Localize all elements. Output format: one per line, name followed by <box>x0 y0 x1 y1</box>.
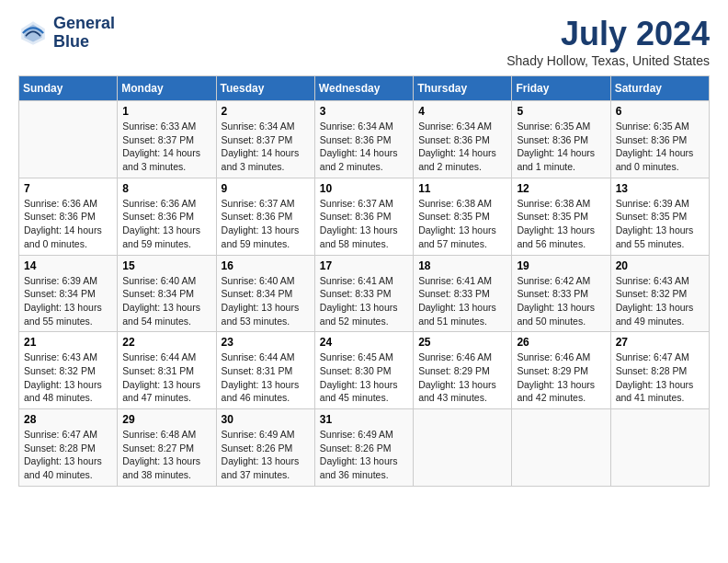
calendar-week-3: 14Sunrise: 6:39 AM Sunset: 8:34 PM Dayli… <box>19 255 710 332</box>
day-number: 31 <box>320 413 408 426</box>
day-info: Sunrise: 6:41 AM Sunset: 8:33 PM Dayligh… <box>418 274 506 328</box>
day-number: 23 <box>222 336 310 349</box>
calendar-cell: 1Sunrise: 6:33 AM Sunset: 8:37 PM Daylig… <box>118 101 216 178</box>
page-header: General Blue July 2024 Shady Hollow, Tex… <box>18 15 710 68</box>
day-number: 24 <box>320 336 408 349</box>
day-info: Sunrise: 6:36 AM Sunset: 8:36 PM Dayligh… <box>122 197 210 251</box>
calendar-cell: 20Sunrise: 6:43 AM Sunset: 8:32 PM Dayli… <box>610 255 709 332</box>
calendar-table: SundayMondayTuesdayWednesdayThursdayFrid… <box>18 75 710 487</box>
calendar-cell: 6Sunrise: 6:35 AM Sunset: 8:36 PM Daylig… <box>610 101 709 178</box>
day-info: Sunrise: 6:37 AM Sunset: 8:36 PM Dayligh… <box>222 197 310 251</box>
calendar-body: 1Sunrise: 6:33 AM Sunset: 8:37 PM Daylig… <box>19 101 710 487</box>
calendar-cell: 8Sunrise: 6:36 AM Sunset: 8:36 PM Daylig… <box>118 178 216 255</box>
calendar-cell: 7Sunrise: 6:36 AM Sunset: 8:36 PM Daylig… <box>19 178 118 255</box>
header-cell-sunday: Sunday <box>19 76 118 101</box>
day-number: 10 <box>320 182 408 195</box>
calendar-cell: 2Sunrise: 6:34 AM Sunset: 8:37 PM Daylig… <box>216 101 314 178</box>
day-info: Sunrise: 6:40 AM Sunset: 8:34 PM Dayligh… <box>122 274 210 328</box>
day-number: 6 <box>616 105 704 118</box>
calendar-cell: 29Sunrise: 6:48 AM Sunset: 8:27 PM Dayli… <box>118 409 216 487</box>
day-info: Sunrise: 6:40 AM Sunset: 8:34 PM Dayligh… <box>222 274 310 328</box>
calendar-cell <box>512 409 610 487</box>
calendar-cell: 24Sunrise: 6:45 AM Sunset: 8:30 PM Dayli… <box>314 332 413 409</box>
day-info: Sunrise: 6:33 AM Sunset: 8:37 PM Dayligh… <box>122 120 210 174</box>
calendar-cell: 9Sunrise: 6:37 AM Sunset: 8:36 PM Daylig… <box>216 178 314 255</box>
calendar-week-1: 1Sunrise: 6:33 AM Sunset: 8:37 PM Daylig… <box>19 101 710 178</box>
header-cell-wednesday: Wednesday <box>314 76 413 101</box>
day-number: 4 <box>418 105 506 118</box>
day-number: 26 <box>517 336 605 349</box>
header-cell-tuesday: Tuesday <box>216 76 314 101</box>
calendar-cell <box>414 409 512 487</box>
calendar-title: July 2024 <box>506 15 710 53</box>
calendar-cell: 15Sunrise: 6:40 AM Sunset: 8:34 PM Dayli… <box>118 255 216 332</box>
calendar-cell: 13Sunrise: 6:39 AM Sunset: 8:35 PM Dayli… <box>610 178 709 255</box>
day-info: Sunrise: 6:44 AM Sunset: 8:31 PM Dayligh… <box>222 350 310 405</box>
calendar-cell: 14Sunrise: 6:39 AM Sunset: 8:34 PM Dayli… <box>19 255 118 332</box>
day-info: Sunrise: 6:34 AM Sunset: 8:36 PM Dayligh… <box>418 120 506 174</box>
logo-text: General Blue <box>53 15 115 52</box>
day-number: 1 <box>122 105 210 118</box>
day-info: Sunrise: 6:42 AM Sunset: 8:33 PM Dayligh… <box>517 274 605 328</box>
day-info: Sunrise: 6:46 AM Sunset: 8:29 PM Dayligh… <box>517 350 605 405</box>
calendar-cell: 18Sunrise: 6:41 AM Sunset: 8:33 PM Dayli… <box>414 255 512 332</box>
calendar-cell: 28Sunrise: 6:47 AM Sunset: 8:28 PM Dayli… <box>19 409 118 487</box>
day-info: Sunrise: 6:36 AM Sunset: 8:36 PM Dayligh… <box>24 197 112 251</box>
day-info: Sunrise: 6:34 AM Sunset: 8:37 PM Dayligh… <box>222 120 310 174</box>
day-number: 12 <box>517 182 605 195</box>
day-number: 21 <box>24 336 112 349</box>
day-number: 20 <box>616 259 704 272</box>
title-area: July 2024 Shady Hollow, Texas, United St… <box>506 15 710 68</box>
calendar-cell <box>610 409 709 487</box>
day-number: 28 <box>24 413 112 426</box>
header-cell-thursday: Thursday <box>414 76 512 101</box>
calendar-cell: 10Sunrise: 6:37 AM Sunset: 8:36 PM Dayli… <box>314 178 413 255</box>
day-number: 13 <box>616 182 704 195</box>
day-number: 29 <box>122 413 210 426</box>
calendar-cell: 23Sunrise: 6:44 AM Sunset: 8:31 PM Dayli… <box>216 332 314 409</box>
day-info: Sunrise: 6:38 AM Sunset: 8:35 PM Dayligh… <box>418 197 506 251</box>
calendar-cell: 27Sunrise: 6:47 AM Sunset: 8:28 PM Dayli… <box>610 332 709 409</box>
day-number: 22 <box>122 336 210 349</box>
day-number: 25 <box>418 336 506 349</box>
day-info: Sunrise: 6:41 AM Sunset: 8:33 PM Dayligh… <box>320 274 408 328</box>
calendar-week-4: 21Sunrise: 6:43 AM Sunset: 8:32 PM Dayli… <box>19 332 710 409</box>
day-info: Sunrise: 6:48 AM Sunset: 8:27 PM Dayligh… <box>122 428 210 482</box>
calendar-cell: 22Sunrise: 6:44 AM Sunset: 8:31 PM Dayli… <box>118 332 216 409</box>
day-info: Sunrise: 6:47 AM Sunset: 8:28 PM Dayligh… <box>24 428 112 482</box>
day-number: 19 <box>517 259 605 272</box>
calendar-cell: 5Sunrise: 6:35 AM Sunset: 8:36 PM Daylig… <box>512 101 610 178</box>
calendar-cell: 11Sunrise: 6:38 AM Sunset: 8:35 PM Dayli… <box>414 178 512 255</box>
day-number: 5 <box>517 105 605 118</box>
day-info: Sunrise: 6:35 AM Sunset: 8:36 PM Dayligh… <box>517 120 605 174</box>
day-number: 9 <box>222 182 310 195</box>
calendar-cell: 26Sunrise: 6:46 AM Sunset: 8:29 PM Dayli… <box>512 332 610 409</box>
calendar-cell: 3Sunrise: 6:34 AM Sunset: 8:36 PM Daylig… <box>314 101 413 178</box>
day-number: 14 <box>24 259 112 272</box>
day-info: Sunrise: 6:38 AM Sunset: 8:35 PM Dayligh… <box>517 197 605 251</box>
calendar-cell <box>19 101 118 178</box>
logo: General Blue <box>18 15 115 52</box>
day-info: Sunrise: 6:43 AM Sunset: 8:32 PM Dayligh… <box>616 274 704 328</box>
calendar-cell: 19Sunrise: 6:42 AM Sunset: 8:33 PM Dayli… <box>512 255 610 332</box>
day-info: Sunrise: 6:39 AM Sunset: 8:34 PM Dayligh… <box>24 274 112 328</box>
calendar-week-2: 7Sunrise: 6:36 AM Sunset: 8:36 PM Daylig… <box>19 178 710 255</box>
calendar-cell: 12Sunrise: 6:38 AM Sunset: 8:35 PM Dayli… <box>512 178 610 255</box>
calendar-cell: 25Sunrise: 6:46 AM Sunset: 8:29 PM Dayli… <box>414 332 512 409</box>
day-info: Sunrise: 6:45 AM Sunset: 8:30 PM Dayligh… <box>320 350 408 405</box>
day-info: Sunrise: 6:37 AM Sunset: 8:36 PM Dayligh… <box>320 197 408 251</box>
day-info: Sunrise: 6:35 AM Sunset: 8:36 PM Dayligh… <box>616 120 704 174</box>
day-number: 15 <box>122 259 210 272</box>
calendar-cell: 21Sunrise: 6:43 AM Sunset: 8:32 PM Dayli… <box>19 332 118 409</box>
day-info: Sunrise: 6:47 AM Sunset: 8:28 PM Dayligh… <box>616 350 704 405</box>
day-number: 27 <box>616 336 704 349</box>
day-number: 3 <box>320 105 408 118</box>
calendar-header-row: SundayMondayTuesdayWednesdayThursdayFrid… <box>19 76 710 101</box>
logo-icon <box>18 18 48 48</box>
day-info: Sunrise: 6:49 AM Sunset: 8:26 PM Dayligh… <box>320 428 408 482</box>
calendar-week-5: 28Sunrise: 6:47 AM Sunset: 8:28 PM Dayli… <box>19 409 710 487</box>
day-number: 30 <box>222 413 310 426</box>
day-number: 18 <box>418 259 506 272</box>
day-info: Sunrise: 6:34 AM Sunset: 8:36 PM Dayligh… <box>320 120 408 174</box>
calendar-cell: 31Sunrise: 6:49 AM Sunset: 8:26 PM Dayli… <box>314 409 413 487</box>
